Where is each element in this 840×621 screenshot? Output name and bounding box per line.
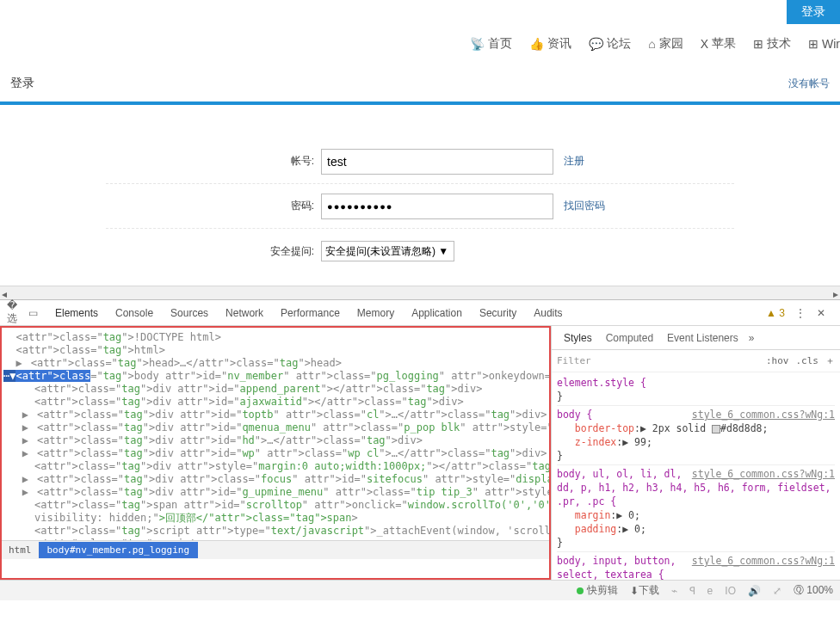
nav-item-1[interactable]: 👍资讯: [529, 36, 571, 52]
inspect-icon[interactable]: �选: [5, 299, 19, 326]
nav-item-0[interactable]: 📡首页: [470, 36, 512, 52]
crumb-body[interactable]: body#nv_member.pg_logging: [39, 542, 199, 558]
devtools-tab-network[interactable]: Network: [217, 307, 272, 319]
zoom-level[interactable]: Ⓠ 100%: [794, 583, 833, 598]
styles-tabs-more-icon[interactable]: »: [749, 332, 755, 344]
nav-item-label: Wir: [822, 37, 840, 51]
styles-tab-styles[interactable]: Styles: [557, 332, 599, 344]
nav-item-2[interactable]: 💬论坛: [589, 36, 631, 52]
cls-toggle[interactable]: .cls: [796, 355, 819, 366]
download-button[interactable]: ⬇ 下载: [630, 583, 659, 598]
login-form: 帐号: 注册 密码: 找回密码 安全提问: 安全提问(未设置请忽略) ▼: [0, 105, 840, 274]
elements-breadcrumb: html body#nv_member.pg_logging: [2, 540, 549, 559]
scroll-right-icon[interactable]: ▸: [833, 288, 838, 300]
page-scrollbar[interactable]: ◂ ▸: [0, 286, 840, 299]
nav-item-label: 论坛: [607, 36, 631, 52]
scroll-left-icon[interactable]: ◂: [2, 288, 7, 300]
page-title: 登录: [10, 76, 34, 91]
styles-tab-event-listeners[interactable]: Event Listeners: [660, 332, 745, 344]
styles-panel: StylesComputedEvent Listeners» Filter :h…: [551, 326, 840, 580]
windows-icon: ⊞: [753, 37, 763, 51]
devtools-tab-security[interactable]: Security: [471, 307, 525, 319]
devtools-menu-icon[interactable]: ⋮: [794, 307, 807, 319]
devtools-tab-memory[interactable]: Memory: [349, 307, 403, 319]
no-account-link[interactable]: 没有帐号: [788, 77, 830, 91]
x-icon: X: [701, 37, 708, 51]
devtools-tab-performance[interactable]: Performance: [272, 307, 349, 319]
question-row: 安全提问: 安全提问(未设置请忽略) ▼: [106, 229, 734, 274]
password-label: 密码:: [106, 199, 321, 213]
styles-tabs: StylesComputedEvent Listeners»: [552, 326, 840, 350]
device-icon[interactable]: ▭: [26, 307, 40, 319]
elements-source[interactable]: <attr">class="tag">!DOCTYPE html> <attr"…: [2, 328, 549, 540]
elements-panel: <attr">class="tag">!DOCTYPE html> <attr"…: [0, 326, 551, 580]
question-select[interactable]: 安全提问(未设置请忽略) ▼: [321, 241, 454, 261]
nav-item-6[interactable]: ⊞Wir: [808, 37, 840, 51]
e-icon[interactable]: e: [707, 585, 713, 597]
forgot-password-link[interactable]: 找回密码: [564, 199, 605, 213]
io-icon[interactable]: IO: [725, 585, 736, 597]
account-label: 帐号:: [106, 154, 321, 169]
lightning-icon[interactable]: ⌁: [671, 585, 677, 597]
devtools-tab-audits[interactable]: Audits: [525, 307, 571, 319]
nav-item-label: 技术: [767, 36, 791, 52]
nav-item-4[interactable]: X苹果: [701, 36, 736, 52]
account-row: 帐号: 注册: [106, 139, 734, 184]
nav-item-label: 首页: [488, 36, 512, 52]
nav-item-label: 家园: [659, 36, 683, 52]
speaker-icon[interactable]: 🔊: [748, 585, 761, 597]
rss-icon: 📡: [470, 37, 485, 51]
styles-filter-input[interactable]: Filter: [557, 355, 591, 366]
p-icon[interactable]: ꟼ: [689, 585, 695, 597]
devtools: �选 ▭ ElementsConsoleSourcesNetworkPerfor…: [0, 299, 840, 580]
kuaijianj-button[interactable]: 快剪辑: [577, 583, 618, 598]
add-rule-icon[interactable]: ＋: [825, 354, 835, 367]
expand-icon[interactable]: ⤢: [773, 585, 781, 597]
devtools-close-icon[interactable]: ✕: [814, 307, 828, 319]
warnings-badge[interactable]: ▲ 3: [766, 307, 785, 319]
devtools-tab-application[interactable]: Application: [403, 307, 471, 319]
home-icon: ⌂: [648, 37, 655, 51]
nav-item-label: 资讯: [547, 36, 571, 52]
nav-item-5[interactable]: ⊞技术: [753, 36, 791, 52]
styles-rules[interactable]: element.style {}style_6_common.css?wNg:1…: [552, 372, 840, 580]
chat-icon: 💬: [589, 37, 603, 51]
hov-toggle[interactable]: :hov: [766, 355, 789, 366]
login-button[interactable]: 登录: [787, 0, 840, 24]
question-label: 安全提问:: [106, 244, 321, 259]
topbar: 登录: [0, 0, 840, 22]
thumbs-up-icon: 👍: [529, 37, 544, 51]
devtools-tab-sources[interactable]: Sources: [162, 307, 217, 319]
devtools-tabs: �选 ▭ ElementsConsoleSourcesNetworkPerfor…: [0, 300, 840, 326]
devtools-tab-console[interactable]: Console: [107, 307, 162, 319]
devtools-tab-elements[interactable]: Elements: [46, 307, 107, 319]
crumb-html[interactable]: html: [2, 544, 39, 556]
password-input[interactable]: [321, 194, 553, 219]
titlebar: 登录 没有帐号: [0, 65, 840, 105]
register-link[interactable]: 注册: [564, 154, 584, 169]
windows-icon: ⊞: [808, 37, 818, 51]
statusbar: 快剪辑 ⬇ 下载 ⌁ ꟼ e IO 🔊 ⤢ Ⓠ 100%: [0, 580, 840, 600]
navbar: 📡首页👍资讯💬论坛⌂家园X苹果⊞技术⊞Wir: [0, 22, 840, 65]
styles-filter-row: Filter :hov .cls ＋: [552, 350, 840, 372]
password-row: 密码: 找回密码: [106, 184, 734, 229]
account-input[interactable]: [321, 149, 553, 175]
nav-item-label: 苹果: [712, 36, 736, 52]
nav-item-3[interactable]: ⌂家园: [648, 36, 682, 52]
styles-tab-computed[interactable]: Computed: [599, 332, 660, 344]
